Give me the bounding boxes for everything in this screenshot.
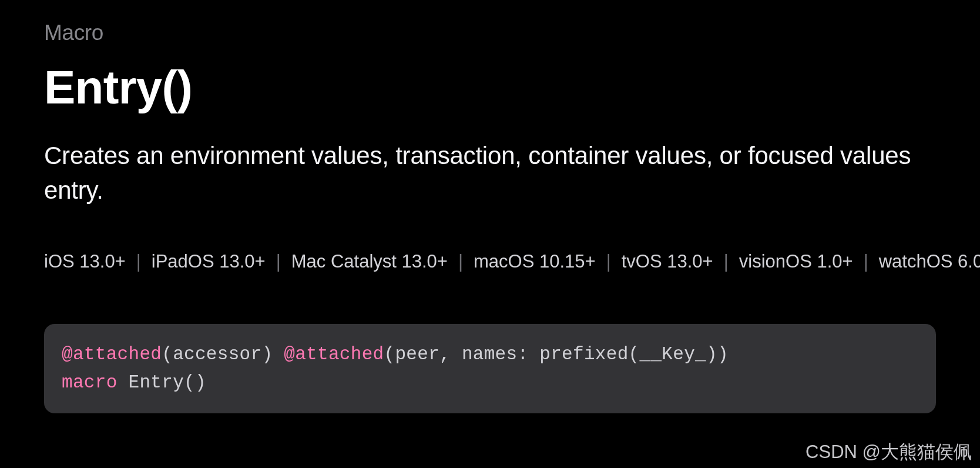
- code-token-identifier: (peer, names: prefixed(__Key_)): [384, 344, 728, 365]
- availability-separator: |: [136, 251, 141, 272]
- code-token-keyword: macro: [62, 372, 118, 393]
- availability-separator: |: [276, 251, 281, 272]
- description-text: Creates an environment values, transacti…: [44, 139, 936, 208]
- category-eyebrow: Macro: [44, 21, 936, 45]
- availability-separator: |: [864, 251, 868, 272]
- availability-list: iOS 13.0+|iPadOS 13.0+|Mac Catalyst 13.0…: [44, 243, 936, 280]
- availability-separator: |: [606, 251, 611, 272]
- code-token-keyword: @attached: [284, 344, 384, 365]
- page-title: Entry(): [44, 63, 936, 112]
- availability-item: macOS 10.15+: [474, 251, 596, 272]
- watermark-text: CSDN @大熊猫侯佩: [806, 440, 972, 464]
- availability-item: watchOS 6.0+: [879, 251, 980, 272]
- availability-item: Mac Catalyst 13.0+: [291, 251, 448, 272]
- availability-item: tvOS 13.0+: [622, 251, 713, 272]
- availability-separator: |: [458, 251, 463, 272]
- availability-separator: |: [724, 251, 729, 272]
- code-token-identifier: (accessor): [162, 344, 284, 365]
- availability-item: visionOS 1.0+: [739, 251, 853, 272]
- code-token-keyword: @attached: [62, 344, 162, 365]
- availability-item: iPadOS 13.0+: [152, 251, 266, 272]
- code-token-identifier: Entry(): [118, 372, 206, 393]
- availability-item: iOS 13.0+: [44, 251, 126, 272]
- declaration-code-block: @attached(accessor) @attached(peer, name…: [44, 324, 936, 413]
